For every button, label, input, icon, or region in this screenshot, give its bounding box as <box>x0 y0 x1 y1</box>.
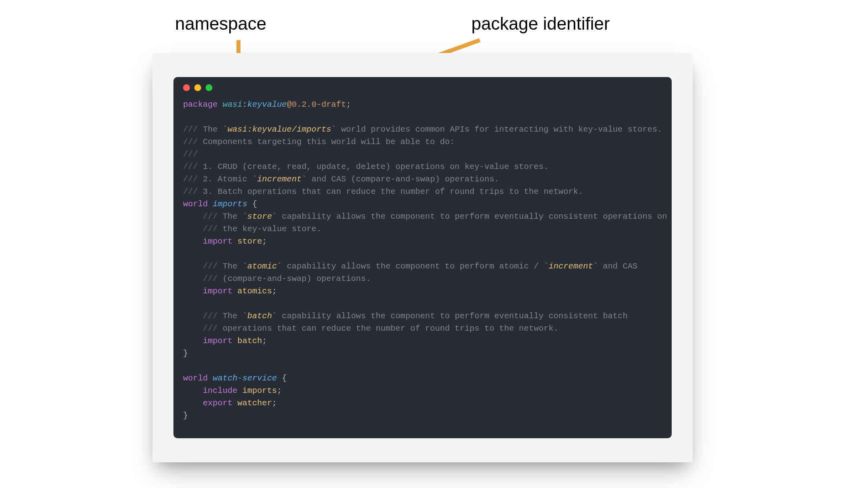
annotation-label-namespace: namespace <box>175 14 266 34</box>
export-name: watcher <box>232 399 272 408</box>
comment-text: world provides common APIs for interacti… <box>336 125 662 134</box>
close-icon <box>183 84 190 91</box>
code-panel: package wasi:keyvalue@0.2.0-draft; /// T… <box>153 53 693 462</box>
comment-slash: /// <box>203 274 218 283</box>
comment-slash: /// <box>183 187 198 196</box>
keyword-import: import <box>203 287 232 296</box>
comment-text: The <box>218 311 242 321</box>
comment-text: 3. Batch operations that can reduce the … <box>198 187 583 196</box>
keyword-world: world <box>183 374 208 383</box>
indent <box>183 274 203 283</box>
comment-tick: ` <box>242 262 247 271</box>
indent <box>183 386 203 395</box>
comment-ref: atomic <box>247 262 277 271</box>
comment-slash: /// <box>183 137 198 146</box>
indent <box>183 311 203 321</box>
minimize-icon <box>194 84 201 91</box>
comment-text: capability allows the component to perfo… <box>277 311 628 321</box>
comment-tick: ` <box>302 175 306 184</box>
colon-token: : <box>242 100 247 109</box>
indent <box>183 336 203 346</box>
comment-slash: /// <box>203 324 218 333</box>
indent <box>183 399 203 408</box>
comment-text: capability allows the component to perfo… <box>277 212 667 221</box>
comment-text: capability allows the component to perfo… <box>282 262 544 271</box>
brace-open: { <box>247 199 257 209</box>
comment-tick: ` <box>242 311 247 321</box>
comment-tick: ` <box>272 311 277 321</box>
annotation-label-package-identifier: package identifier <box>471 14 610 34</box>
package-name-token: keyvalue <box>247 100 287 109</box>
keyword-package: package <box>183 100 218 109</box>
comment-text: Components targeting this world will be … <box>198 137 455 146</box>
comment-slash: /// <box>203 311 218 321</box>
comment-slash: /// <box>183 150 198 159</box>
comment-tick: ` <box>222 125 227 134</box>
version-token: @0.2.0-draft <box>287 100 346 109</box>
comment-ref: store <box>247 212 272 221</box>
comment-ref: increment <box>548 262 593 271</box>
import-name: atomics <box>232 287 272 296</box>
code-block: package wasi:keyvalue@0.2.0-draft; /// T… <box>183 98 662 422</box>
world-name: imports <box>213 199 247 209</box>
comment-tick: ` <box>331 125 336 134</box>
keyword-import: import <box>203 237 232 246</box>
comment-text: (compare-and-swap) operations. <box>218 274 371 283</box>
comment-text: and CAS <box>598 262 637 271</box>
brace-close: } <box>183 411 188 420</box>
comment-text: the key-value store. <box>218 224 321 234</box>
import-name: batch <box>232 336 262 346</box>
semicolon: ; <box>262 237 267 246</box>
comment-text: and CAS (compare-and-swap) operations. <box>307 175 499 184</box>
comment-ref: wasi:keyvalue/imports <box>228 125 331 134</box>
import-name: store <box>232 237 262 246</box>
comment-tick: ` <box>242 212 247 221</box>
keyword-import: import <box>203 336 232 346</box>
semicolon: ; <box>346 100 351 109</box>
indent <box>183 224 203 234</box>
comment-slash: /// <box>183 175 198 184</box>
keyword-include: include <box>203 386 237 395</box>
window-controls <box>183 84 662 91</box>
comment-text: The <box>198 125 223 134</box>
brace-close: } <box>183 349 188 358</box>
indent <box>183 212 203 221</box>
indent <box>183 262 203 271</box>
comment-text: The <box>218 212 242 221</box>
comment-ref: batch <box>247 311 272 321</box>
comment-ref: increment <box>257 175 302 184</box>
comment-slash: /// <box>183 125 198 134</box>
comment-tick: ` <box>544 262 548 271</box>
world-name: watch-service <box>213 374 277 383</box>
semicolon: ; <box>262 336 267 346</box>
comment-text: 2. Atomic <box>198 175 252 184</box>
comment-slash: /// <box>203 212 218 221</box>
include-name: imports <box>237 386 277 395</box>
keyword-export: export <box>203 399 232 408</box>
semicolon: ; <box>272 287 277 296</box>
comment-tick: ` <box>277 262 282 271</box>
indent <box>183 237 203 246</box>
comment-tick: ` <box>272 212 277 221</box>
keyword-world: world <box>183 199 208 209</box>
indent <box>183 324 203 333</box>
maximize-icon <box>206 84 212 91</box>
comment-text: The <box>218 262 242 271</box>
namespace-token: wasi <box>222 100 242 109</box>
terminal-window: package wasi:keyvalue@0.2.0-draft; /// T… <box>173 77 672 438</box>
semicolon: ; <box>277 386 282 395</box>
brace-open: { <box>277 374 287 383</box>
indent <box>183 287 203 296</box>
comment-slash: /// <box>183 162 198 171</box>
comment-text: operations that can reduce the number of… <box>218 324 558 333</box>
semicolon: ; <box>272 399 277 408</box>
comment-text: 1. CRUD (create, read, update, delete) o… <box>198 162 548 171</box>
comment-slash: /// <box>203 262 218 271</box>
comment-slash: /// <box>203 224 218 234</box>
comment-tick: ` <box>593 262 598 271</box>
comment-tick: ` <box>252 175 257 184</box>
